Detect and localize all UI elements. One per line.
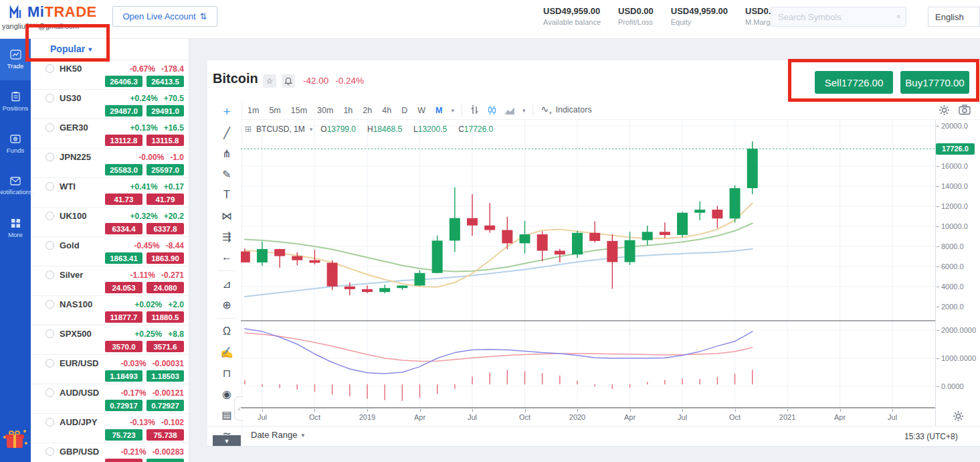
zoom-in-icon[interactable]: ⊕ xyxy=(217,295,237,315)
gift-promo-icon[interactable] xyxy=(5,429,25,450)
ask-price-badge[interactable]: 1863.90 xyxy=(146,252,184,264)
axis-settings-gear-icon[interactable] xyxy=(953,410,964,422)
date-axis[interactable]: JulOct2019AprJulOct2020AprJulOct2021AprJ… xyxy=(241,409,935,425)
symbol-radio[interactable] xyxy=(45,123,54,132)
lock-icon[interactable]: ⊓ xyxy=(217,363,237,383)
bid-price-badge[interactable]: 29487.0 xyxy=(105,105,142,117)
watchlist-item-AUD-USD[interactable]: AUD/USD-0.17%-0.001210.729170.72927 xyxy=(31,384,189,414)
symbol-radio[interactable] xyxy=(45,359,54,368)
bid-price-badge[interactable]: 1.18493 xyxy=(105,370,142,382)
watchlist-item-SPX500[interactable]: SPX500+0.25%+8.83570.03571.6 xyxy=(31,325,189,355)
bid-price-badge[interactable]: 26406.3 xyxy=(105,76,142,87)
screenshot-camera-icon[interactable] xyxy=(959,104,971,115)
symbol-radio[interactable] xyxy=(45,153,54,161)
date-range-button[interactable]: Date Range ▾ xyxy=(251,430,304,440)
timeframe-W[interactable]: W xyxy=(416,104,427,117)
ask-price-badge[interactable]: 6337.8 xyxy=(146,223,184,234)
open-live-account-button[interactable]: Open Live Account ⇅ xyxy=(112,6,217,27)
sell-button[interactable]: Sell17726.00 xyxy=(815,71,893,94)
timeframe-D[interactable]: D xyxy=(400,104,409,117)
ask-price-badge[interactable]: 13115.8 xyxy=(146,135,184,146)
legend-symbol[interactable]: BTCUSD, 1M xyxy=(256,125,305,134)
ruler-icon[interactable]: ⊿ xyxy=(217,274,237,294)
arrow-icon[interactable]: ← xyxy=(217,247,237,267)
chart-type-bars-icon[interactable] xyxy=(470,105,480,115)
xabcd-pattern-icon[interactable]: ⋈ xyxy=(217,206,237,226)
symbol-radio[interactable] xyxy=(45,212,54,220)
watchlist-item-US30[interactable]: US30+0.24%+70.529487.029491.0 xyxy=(31,90,189,119)
brush-icon[interactable]: ✎ xyxy=(217,164,237,184)
chevron-down-icon[interactable]: ▾ xyxy=(310,126,313,133)
ask-price-badge[interactable]: 11880.5 xyxy=(146,311,184,323)
price-axis[interactable]: 20000.018000.016000.014000.012000.010000… xyxy=(935,119,980,425)
ask-price-badge[interactable]: 1.32430 xyxy=(146,459,184,462)
favorite-star-button[interactable]: ☆ xyxy=(263,74,276,88)
alert-bell-button[interactable] xyxy=(282,74,295,88)
chart-type-candles-icon[interactable] xyxy=(487,105,497,115)
symbol-radio[interactable] xyxy=(45,182,54,191)
watchlist-item-Silver[interactable]: Silver-1.11%-0.27124.05324.080 xyxy=(31,266,189,296)
indicators-button[interactable]: ∿+ Indicators xyxy=(541,104,591,117)
bid-price-badge[interactable]: 13112.8 xyxy=(105,135,142,146)
sidebar-item-trade[interactable]: Trade xyxy=(0,38,31,80)
search-icon[interactable] xyxy=(897,12,900,21)
tools-collapse-button[interactable]: ▼ xyxy=(213,435,241,447)
symbol-radio[interactable] xyxy=(45,300,54,309)
watchlist-item-GBP-USD[interactable]: GBP/USD-0.21%-0.002831.324061.32430 xyxy=(31,443,189,462)
sidebar-item-positions[interactable]: Positions xyxy=(0,80,31,123)
symbol-radio[interactable] xyxy=(45,94,54,102)
bid-price-badge[interactable]: 11877.7 xyxy=(105,311,142,323)
watchlist-item-HK50[interactable]: HK50-0.67%-178.426406.326413.5 xyxy=(31,60,189,90)
timeframe-1m[interactable]: 1m xyxy=(246,104,260,117)
timeframe-5m[interactable]: 5m xyxy=(268,104,282,117)
watchlist-item-EUR-USD[interactable]: EUR/USD-0.03%-0.000311.184931.18503 xyxy=(31,355,189,384)
symbol-radio[interactable] xyxy=(45,388,54,397)
ask-price-badge[interactable]: 25597.0 xyxy=(146,164,184,175)
ask-price-badge[interactable]: 3571.6 xyxy=(146,341,184,352)
timeframe-30m[interactable]: 30m xyxy=(316,104,334,117)
symbol-radio[interactable] xyxy=(45,271,54,279)
symbol-radio[interactable] xyxy=(45,447,54,456)
chart-settings-gear-icon[interactable] xyxy=(939,104,950,116)
chart-type-chevron-icon[interactable]: ▾ xyxy=(522,107,526,114)
bid-price-badge[interactable]: 25583.0 xyxy=(105,164,142,175)
bid-price-badge[interactable]: 0.72917 xyxy=(105,400,142,411)
chart-type-area-icon[interactable] xyxy=(504,106,515,115)
symbol-radio[interactable] xyxy=(45,329,54,338)
timeframe-2h[interactable]: 2h xyxy=(361,104,373,117)
timeframe-4h[interactable]: 4h xyxy=(381,104,393,117)
bid-price-badge[interactable]: 41.73 xyxy=(105,194,142,205)
watchlist-item-AUD-JPY[interactable]: AUD/JPY-0.13%-0.10275.72375.738 xyxy=(31,414,189,443)
ask-price-badge[interactable]: 24.080 xyxy=(146,282,184,293)
ask-price-badge[interactable]: 75.738 xyxy=(146,429,184,441)
trend-line-icon[interactable]: ╱ xyxy=(217,123,237,143)
symbol-radio[interactable] xyxy=(45,64,54,73)
sidebar-item-funds[interactable]: $Funds xyxy=(0,123,31,165)
watchlist-item-NAS100[interactable]: NAS100+0.02%+2.011877.711880.5 xyxy=(31,296,189,325)
search-input[interactable] xyxy=(777,11,897,23)
pitchfork-icon[interactable]: ⋔ xyxy=(217,143,237,163)
ask-price-badge[interactable]: 1.18503 xyxy=(146,370,184,382)
buy-button[interactable]: Buy17770.00 xyxy=(900,71,969,94)
language-select[interactable]: English xyxy=(928,7,980,27)
bid-price-badge[interactable]: 6334.4 xyxy=(105,223,142,234)
watchlist-item-JPN225[interactable]: JPN225-0.00%-1.025583.025597.0 xyxy=(31,149,189,178)
bid-price-badge[interactable]: 1.32406 xyxy=(105,459,142,462)
timeframe-M[interactable]: M xyxy=(434,104,444,117)
bid-price-badge[interactable]: 1863.41 xyxy=(105,252,142,264)
watchlist-item-GER30[interactable]: GER30+0.13%+16.513112.813115.8 xyxy=(31,119,189,149)
watchlist-filter-dropdown[interactable]: Popular ▾ xyxy=(50,44,92,54)
sidebar-item-more[interactable]: More xyxy=(0,207,31,249)
timeframe-15m[interactable]: 15m xyxy=(290,104,308,117)
ask-price-badge[interactable]: 26413.5 xyxy=(146,76,184,87)
text-icon[interactable]: T xyxy=(217,185,237,205)
bid-price-badge[interactable]: 24.053 xyxy=(105,282,142,293)
watchlist-item-UK100[interactable]: UK100+0.32%+20.26334.46337.8 xyxy=(31,208,189,237)
timeframe-1h[interactable]: 1h xyxy=(342,104,354,117)
ask-price-badge[interactable]: 41.79 xyxy=(146,194,184,205)
sidebar-item-notifications[interactable]: Notifications xyxy=(0,165,31,207)
ask-price-badge[interactable]: 0.72927 xyxy=(146,400,184,411)
forecast-icon[interactable]: ⇶ xyxy=(217,226,237,246)
bid-price-badge[interactable]: 75.723 xyxy=(105,429,142,441)
ask-price-badge[interactable]: 29491.0 xyxy=(146,105,184,117)
